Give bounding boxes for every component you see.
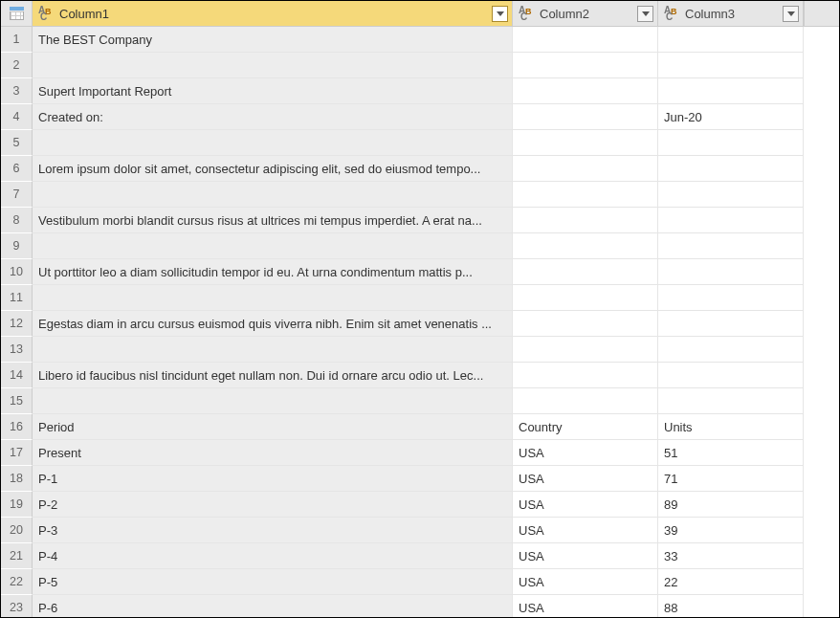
- column-header-column3[interactable]: ABC Column3: [658, 1, 804, 27]
- cell[interactable]: [658, 78, 804, 104]
- row-number[interactable]: 16: [1, 414, 33, 440]
- cell[interactable]: [658, 130, 804, 156]
- cell[interactable]: P-1: [33, 466, 513, 492]
- row-number[interactable]: 17: [1, 440, 33, 466]
- row-number[interactable]: 2: [1, 53, 33, 78]
- cell[interactable]: 71: [658, 466, 804, 492]
- row-number[interactable]: 18: [1, 466, 33, 492]
- cell[interactable]: [33, 53, 513, 78]
- cell[interactable]: [658, 337, 804, 363]
- cell[interactable]: P-2: [33, 492, 513, 518]
- cell[interactable]: Libero id faucibus nisl tincidunt eget n…: [33, 363, 513, 388]
- cell[interactable]: USA: [513, 466, 658, 492]
- row-number[interactable]: 5: [1, 130, 33, 156]
- cell[interactable]: [658, 27, 804, 53]
- cell[interactable]: Created on:: [33, 104, 513, 130]
- row-number[interactable]: 20: [1, 518, 33, 543]
- row-number[interactable]: 15: [1, 388, 33, 414]
- cell[interactable]: [33, 130, 513, 156]
- cell[interactable]: Present: [33, 440, 513, 466]
- cell[interactable]: [513, 156, 658, 182]
- cell[interactable]: [658, 233, 804, 259]
- cell[interactable]: Ut porttitor leo a diam sollicitudin tem…: [33, 259, 513, 285]
- cell[interactable]: [658, 182, 804, 208]
- cell[interactable]: USA: [513, 595, 658, 618]
- row-number[interactable]: 8: [1, 208, 33, 233]
- row-number[interactable]: 1: [1, 27, 33, 53]
- cell[interactable]: USA: [513, 569, 658, 595]
- cell[interactable]: [513, 285, 658, 311]
- cell[interactable]: Jun-20: [658, 104, 804, 130]
- cell[interactable]: 22: [658, 569, 804, 595]
- cell[interactable]: [513, 311, 658, 337]
- cell[interactable]: [658, 156, 804, 182]
- cell[interactable]: P-4: [33, 543, 513, 569]
- cell[interactable]: 89: [658, 492, 804, 518]
- cell[interactable]: [33, 337, 513, 363]
- cell[interactable]: USA: [513, 518, 658, 543]
- cell[interactable]: [658, 208, 804, 233]
- cell[interactable]: Units: [658, 414, 804, 440]
- cell[interactable]: [513, 363, 658, 388]
- cell[interactable]: [513, 259, 658, 285]
- cell[interactable]: [33, 388, 513, 414]
- cell[interactable]: [513, 104, 658, 130]
- row-number[interactable]: 12: [1, 311, 33, 337]
- cell[interactable]: [513, 208, 658, 233]
- row-number[interactable]: 22: [1, 569, 33, 595]
- row-number[interactable]: 3: [1, 78, 33, 104]
- cell[interactable]: Country: [513, 414, 658, 440]
- row-number[interactable]: 23: [1, 595, 33, 618]
- row-number[interactable]: 7: [1, 182, 33, 208]
- cell[interactable]: [513, 53, 658, 78]
- cell[interactable]: [33, 182, 513, 208]
- row-number[interactable]: 14: [1, 363, 33, 388]
- cell[interactable]: [658, 285, 804, 311]
- cell[interactable]: [513, 182, 658, 208]
- cell[interactable]: USA: [513, 492, 658, 518]
- row-number[interactable]: 10: [1, 259, 33, 285]
- row-number[interactable]: 6: [1, 156, 33, 182]
- cell[interactable]: [33, 233, 513, 259]
- cell[interactable]: 33: [658, 543, 804, 569]
- filter-button[interactable]: [637, 6, 653, 22]
- cell[interactable]: [658, 53, 804, 78]
- cell[interactable]: Supert Important Report: [33, 78, 513, 104]
- cell[interactable]: [658, 388, 804, 414]
- text-type-icon: ABC: [664, 6, 681, 21]
- row-number[interactable]: 13: [1, 337, 33, 363]
- cell[interactable]: Egestas diam in arcu cursus euismod quis…: [33, 311, 513, 337]
- cell[interactable]: [513, 78, 658, 104]
- cell[interactable]: [658, 363, 804, 388]
- filter-button[interactable]: [783, 6, 799, 22]
- filter-button[interactable]: [492, 6, 508, 22]
- cell[interactable]: [513, 233, 658, 259]
- cell[interactable]: [513, 388, 658, 414]
- cell[interactable]: [658, 311, 804, 337]
- column-header-column2[interactable]: ABC Column2: [513, 1, 658, 27]
- cell[interactable]: [658, 259, 804, 285]
- row-number[interactable]: 21: [1, 543, 33, 569]
- cell[interactable]: 39: [658, 518, 804, 543]
- cell[interactable]: 88: [658, 595, 804, 618]
- row-number[interactable]: 4: [1, 104, 33, 130]
- row-number[interactable]: 9: [1, 233, 33, 259]
- cell[interactable]: [33, 285, 513, 311]
- select-all-corner[interactable]: [1, 1, 33, 27]
- cell[interactable]: Vestibulum morbi blandit cursus risus at…: [33, 208, 513, 233]
- cell[interactable]: Period: [33, 414, 513, 440]
- row-number[interactable]: 11: [1, 285, 33, 311]
- cell[interactable]: Lorem ipsum dolor sit amet, consectetur …: [33, 156, 513, 182]
- cell[interactable]: [513, 130, 658, 156]
- cell[interactable]: USA: [513, 543, 658, 569]
- cell[interactable]: P-3: [33, 518, 513, 543]
- cell[interactable]: 51: [658, 440, 804, 466]
- cell[interactable]: The BEST Company: [33, 27, 513, 53]
- cell[interactable]: [513, 27, 658, 53]
- cell[interactable]: P-5: [33, 569, 513, 595]
- cell[interactable]: USA: [513, 440, 658, 466]
- column-header-column1[interactable]: ABC Column1: [33, 1, 513, 27]
- cell[interactable]: [513, 337, 658, 363]
- cell[interactable]: P-6: [33, 595, 513, 618]
- row-number[interactable]: 19: [1, 492, 33, 518]
